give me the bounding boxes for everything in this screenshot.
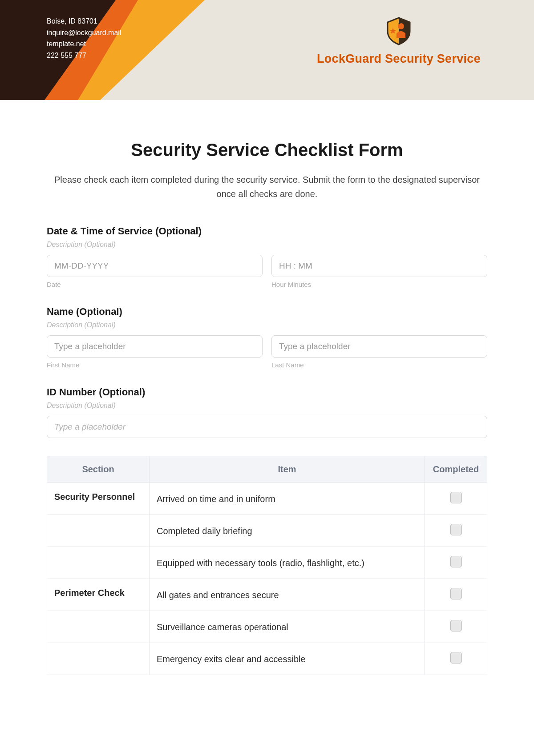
last-name-input[interactable] [271,335,487,358]
item-cell: Completed daily briefing [150,515,425,547]
col-section: Section [47,456,150,483]
brand-logo [317,16,481,47]
shield-guard-icon [383,16,414,47]
datetime-label: Date & Time of Service (Optional) [47,225,487,237]
first-name-sublabel: First Name [47,361,263,369]
table-row: Security Personnel Arrived on time and i… [47,483,487,515]
last-name-sublabel: Last Name [271,361,487,369]
contact-info: Boise, ID 83701 inquire@lockguard.mail t… [47,16,121,61]
section-cell [47,547,150,579]
item-cell: Arrived on time and in uniform [150,483,425,515]
contact-website: template.net [47,38,121,50]
item-cell: Equipped with necessary tools (radio, fl… [150,547,425,579]
form-subtitle: Please check each item completed during … [47,173,487,201]
form-title: Security Service Checklist Form [47,140,487,160]
header-band: Boise, ID 83701 inquire@lockguard.mail t… [0,0,534,100]
col-completed: Completed [425,456,487,483]
brand-name: LockGuard Security Service [317,52,481,66]
first-name-input[interactable] [47,335,263,358]
date-input[interactable] [47,255,263,277]
name-label: Name (Optional) [47,306,487,318]
table-row: Completed daily briefing [47,515,487,547]
item-cell: Emergency exits clear and accessible [150,643,425,675]
section-cell: Perimeter Check [47,579,150,611]
section-cell [47,515,150,547]
date-sublabel: Date [47,281,263,288]
checkbox[interactable] [450,588,462,599]
contact-phone: 222 555 777 [47,50,121,61]
checkbox[interactable] [450,492,462,503]
table-row: Equipped with necessary tools (radio, fl… [47,547,487,579]
section-cell [47,643,150,675]
idnum-desc: Description (Optional) [47,402,487,410]
contact-address: Boise, ID 83701 [47,16,121,27]
col-item: Item [150,456,425,483]
brand-area: LockGuard Security Service [317,16,481,66]
contact-email: inquire@lockguard.mail [47,27,121,39]
section-cell: Security Personnel [47,483,150,515]
item-cell: All gates and entrances secure [150,579,425,611]
time-sublabel: Hour Minutes [271,281,487,288]
checkbox[interactable] [450,524,462,535]
item-cell: Surveillance cameras operational [150,611,425,643]
datetime-group: Date & Time of Service (Optional) Descri… [47,225,487,288]
idnum-input[interactable] [47,416,487,438]
checkbox[interactable] [450,620,462,631]
table-row: Emergency exits clear and accessible [47,643,487,675]
idnum-group: ID Number (Optional) Description (Option… [47,386,487,438]
checkbox[interactable] [450,652,462,664]
table-row: Surveillance cameras operational [47,611,487,643]
section-cell [47,611,150,643]
name-desc: Description (Optional) [47,321,487,329]
checklist-table: Section Item Completed Security Personne… [47,456,487,675]
name-group: Name (Optional) Description (Optional) F… [47,306,487,369]
time-input[interactable] [271,255,487,277]
table-row: Perimeter Check All gates and entrances … [47,579,487,611]
datetime-desc: Description (Optional) [47,241,487,249]
checkbox[interactable] [450,556,462,567]
page-content: Security Service Checklist Form Please c… [0,100,534,688]
idnum-label: ID Number (Optional) [47,386,487,398]
